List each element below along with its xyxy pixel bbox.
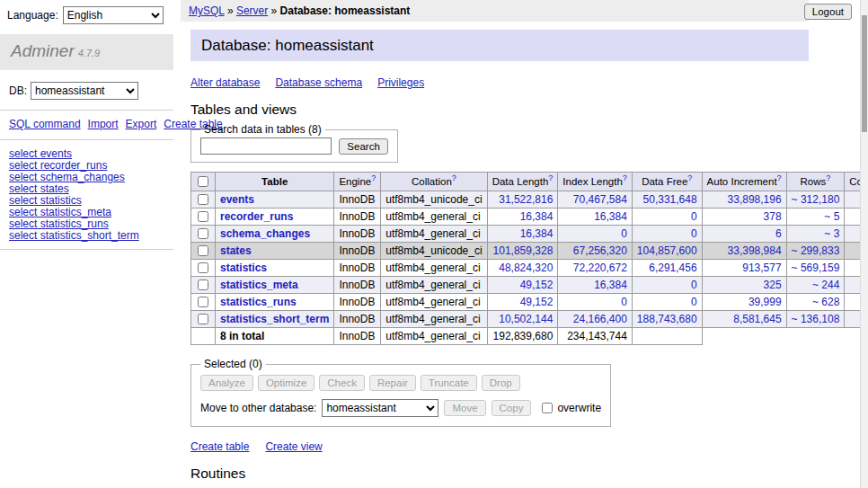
- table-link-statistics[interactable]: statistics: [220, 262, 267, 274]
- tables-head-row: TableEngine?Collation?Data Length?Index …: [191, 173, 868, 191]
- data-length-link[interactable]: 48,824,320: [499, 262, 553, 274]
- nav-link-database-schema[interactable]: Database schema: [275, 76, 362, 89]
- check-button[interactable]: Check: [319, 375, 365, 391]
- column-label: Data Free: [642, 176, 687, 187]
- index-length-link[interactable]: 0: [621, 227, 627, 240]
- select-checkbox-statistics[interactable]: [198, 262, 208, 273]
- truncate-button[interactable]: Truncate: [421, 375, 477, 391]
- rows-link[interactable]: ~ 569,159: [792, 262, 840, 274]
- breadcrumb-link-server[interactable]: Server: [236, 4, 268, 17]
- help-link[interactable]: ?: [777, 173, 782, 182]
- nav-link-alter-database[interactable]: Alter database: [190, 76, 260, 89]
- help-link[interactable]: ?: [623, 173, 627, 182]
- select-checkbox-states[interactable]: [198, 245, 208, 256]
- select-all-checkbox[interactable]: [198, 176, 208, 187]
- index-length-link[interactable]: 72,220,672: [573, 262, 627, 274]
- rows-link[interactable]: ~ 3: [824, 227, 839, 240]
- analyze-button[interactable]: Analyze: [200, 375, 253, 391]
- rows-link[interactable]: ~ 5: [824, 210, 839, 223]
- select-checkbox-statistics_runs[interactable]: [198, 297, 208, 307]
- help-link[interactable]: ?: [687, 173, 692, 182]
- data-length-link[interactable]: 31,522,816: [499, 193, 553, 206]
- create-link-create-view[interactable]: Create view: [265, 440, 322, 453]
- auto-increment-link[interactable]: 378: [764, 210, 782, 223]
- rows-link[interactable]: ~ 136,108: [792, 313, 840, 325]
- data-free-link[interactable]: 0: [691, 227, 697, 240]
- table-link-events[interactable]: events: [220, 193, 254, 206]
- index-length-link[interactable]: 70,467,584: [573, 193, 627, 206]
- auto-increment-link[interactable]: 33,898,196: [728, 193, 782, 206]
- select-checkbox-schema_changes[interactable]: [198, 228, 208, 239]
- language-select[interactable]: English: [63, 6, 164, 24]
- sidebar-action-export[interactable]: Export: [126, 118, 157, 130]
- data-free-link[interactable]: 104,857,600: [637, 244, 697, 257]
- auto-increment-link[interactable]: 6: [775, 227, 782, 240]
- breadcrumb-link-mysql[interactable]: MySQL: [189, 4, 225, 17]
- index-length-link[interactable]: 24,166,400: [573, 313, 627, 325]
- db-select[interactable]: homeassistant: [31, 82, 138, 100]
- help-link[interactable]: ?: [826, 173, 830, 182]
- select-checkbox-statistics_short_term[interactable]: [198, 314, 208, 324]
- scrollbar-thumb[interactable]: [862, 15, 867, 132]
- data-free-link[interactable]: 0: [691, 210, 697, 223]
- auto-increment-link[interactable]: 39,999: [748, 296, 782, 308]
- optimize-button[interactable]: Optimize: [258, 375, 314, 391]
- sidebar-link-select-statistics-short-term[interactable]: select statistics_short_term: [9, 230, 164, 242]
- search-input[interactable]: [200, 138, 332, 155]
- tables-body: eventsInnoDButf8mb4_unicode_ci31,522,816…: [191, 191, 868, 345]
- create-link-create-table[interactable]: Create table: [190, 440, 249, 453]
- select-checkbox-events[interactable]: [198, 194, 208, 205]
- data-free-link[interactable]: 0: [691, 279, 697, 291]
- index-length-link[interactable]: 67,256,320: [573, 244, 627, 257]
- index-length-link[interactable]: 16,384: [594, 210, 627, 223]
- table-name-cell: statistics_short_term: [216, 311, 334, 328]
- select-checkbox-recorder_runs[interactable]: [198, 211, 208, 222]
- drop-button[interactable]: Drop: [482, 375, 520, 391]
- index-length-link[interactable]: 16,384: [594, 279, 627, 291]
- select-checkbox-statistics_meta[interactable]: [198, 279, 208, 290]
- rows-link[interactable]: ~ 299,833: [792, 244, 840, 257]
- copy-button[interactable]: Copy: [492, 400, 532, 416]
- index-length-link[interactable]: 0: [621, 296, 627, 308]
- data-length-link[interactable]: 49,152: [520, 279, 554, 291]
- table-name-cell: statistics_meta: [216, 277, 334, 294]
- data-length-link[interactable]: 16,384: [520, 227, 554, 240]
- table-link-states[interactable]: states: [220, 244, 252, 257]
- table-link-statistics_short_term[interactable]: statistics_short_term: [220, 313, 329, 325]
- data-length-link[interactable]: 16,384: [520, 210, 554, 223]
- move-button[interactable]: Move: [444, 400, 485, 416]
- table-link-statistics_meta[interactable]: statistics_meta: [220, 279, 298, 291]
- sidebar-action-sql-command[interactable]: SQL command: [9, 118, 81, 130]
- sidebar-action-import[interactable]: Import: [88, 118, 119, 130]
- rows-link[interactable]: ~ 244: [812, 279, 839, 291]
- data-free-link[interactable]: 6,291,456: [649, 262, 696, 274]
- table-link-schema_changes[interactable]: schema_changes: [220, 227, 310, 240]
- auto-increment-link[interactable]: 913,577: [742, 262, 781, 274]
- overwrite-checkbox[interactable]: [542, 403, 553, 413]
- data-free-link[interactable]: 50,331,648: [643, 193, 697, 206]
- data-length-link[interactable]: 101,859,328: [493, 244, 554, 257]
- rows-cell: ~ 312,180: [786, 191, 845, 209]
- help-link[interactable]: ?: [371, 173, 376, 182]
- data-length-link[interactable]: 10,502,144: [499, 313, 553, 325]
- logout-button[interactable]: Logout: [804, 4, 852, 20]
- auto-increment-link[interactable]: 325: [764, 279, 782, 291]
- table-link-statistics_runs[interactable]: statistics_runs: [220, 296, 297, 308]
- auto-increment-link[interactable]: 8,581,645: [733, 313, 781, 325]
- help-link[interactable]: ?: [452, 173, 456, 182]
- scrollbar[interactable]: [860, 0, 868, 488]
- rows-link[interactable]: ~ 628: [812, 296, 839, 308]
- rows-link[interactable]: ~ 312,180: [792, 193, 840, 206]
- help-link[interactable]: ?: [548, 173, 553, 182]
- auto-increment-link[interactable]: 33,398,984: [728, 244, 782, 257]
- repair-button[interactable]: Repair: [369, 375, 416, 391]
- data-length-link[interactable]: 49,152: [520, 296, 554, 308]
- data-free-link[interactable]: 0: [691, 296, 697, 308]
- move-db-select[interactable]: homeassistant: [322, 399, 438, 417]
- table-row-recorder_runs: recorder_runsInnoDButf8mb4_general_ci16,…: [191, 209, 868, 226]
- data-free-link[interactable]: 188,743,680: [637, 313, 697, 325]
- table-link-recorder_runs[interactable]: recorder_runs: [220, 210, 293, 223]
- data-free-cell: 188,743,680: [632, 311, 702, 328]
- search-button[interactable]: Search: [339, 138, 387, 155]
- nav-link-privileges[interactable]: Privileges: [377, 76, 424, 89]
